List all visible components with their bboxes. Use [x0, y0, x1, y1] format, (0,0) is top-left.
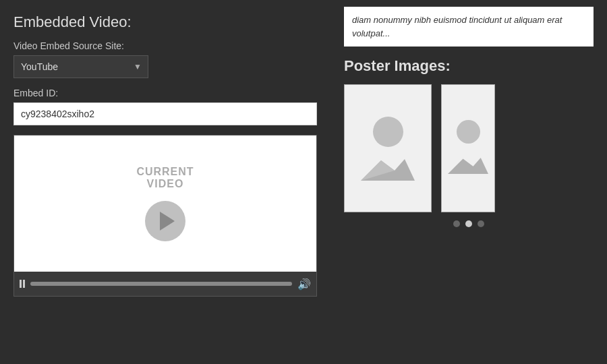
- pause-bars-icon: [20, 280, 25, 288]
- pause-button[interactable]: [20, 280, 25, 288]
- video-current-label: CURRENT VIDEO: [136, 166, 194, 190]
- source-field: Video Embed Source Site: YouTube Vimeo D…: [13, 40, 317, 78]
- poster-mountain-icon-1: [361, 154, 415, 181]
- right-panel: diam nonummy nibh euismod tincidunt ut a…: [330, 0, 607, 364]
- embed-id-label: Embed ID:: [13, 88, 317, 98]
- pause-bar-right: [23, 280, 25, 288]
- section-title: Embedded Video:: [13, 13, 317, 31]
- volume-icon[interactable]: 🔊: [297, 278, 311, 291]
- video-controls: 🔊: [14, 272, 316, 296]
- carousel-dot-2[interactable]: [465, 220, 472, 227]
- source-select[interactable]: YouTube Vimeo Dailymotion: [13, 55, 148, 78]
- source-select-wrapper[interactable]: YouTube Vimeo Dailymotion ▼: [13, 55, 148, 78]
- embed-id-field: Embed ID:: [13, 88, 317, 125]
- play-button[interactable]: [145, 201, 185, 241]
- poster-images-row: [344, 84, 594, 212]
- video-display: CURRENT VIDEO: [14, 135, 316, 272]
- play-triangle-icon: [160, 212, 175, 231]
- video-preview-container: CURRENT VIDEO 🔊: [13, 135, 317, 297]
- poster-circle-icon-1: [373, 117, 403, 147]
- poster-mountain-icon-2: [448, 150, 488, 177]
- carousel-dot-3[interactable]: [478, 220, 484, 227]
- text-preview: diam nonummy nibh euismod tincidunt ut a…: [344, 7, 594, 47]
- carousel-dot-1[interactable]: [453, 220, 460, 227]
- carousel-dots: [344, 220, 594, 227]
- source-label: Video Embed Source Site:: [13, 40, 317, 51]
- left-panel: Embedded Video: Video Embed Source Site:…: [0, 0, 330, 364]
- embed-id-input[interactable]: [13, 102, 317, 125]
- progress-bar[interactable]: [30, 282, 292, 286]
- poster-thumb-1[interactable]: [344, 84, 432, 212]
- poster-circle-icon-2: [457, 120, 480, 144]
- svg-marker-2: [448, 158, 488, 174]
- pause-bar-left: [20, 280, 22, 288]
- poster-thumb-2[interactable]: [441, 84, 495, 212]
- poster-title: Poster Images:: [344, 57, 594, 75]
